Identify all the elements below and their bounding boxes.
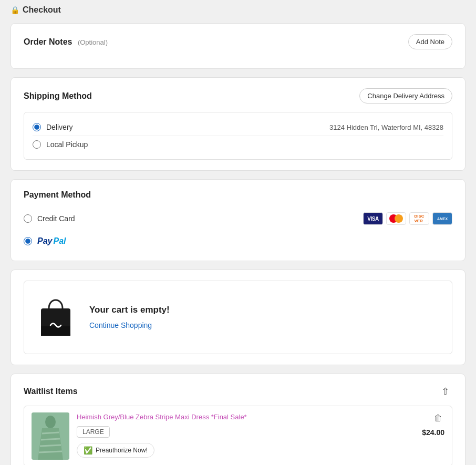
local-pickup-radio[interactable]	[33, 140, 41, 149]
amex-icon: AMEX	[432, 212, 452, 225]
order-notes-header: Order Notes (Optional) Add Note	[24, 34, 452, 49]
lock-icon: 🔒	[11, 6, 19, 14]
checkout-header: 🔒 Checkout	[11, 5, 465, 15]
shipping-method-card: Shipping Method Change Delivery Address …	[11, 77, 465, 171]
credit-card-row: Credit Card VISA DISCVER AMEX	[24, 208, 452, 229]
order-notes-title-group: Order Notes (Optional)	[24, 37, 108, 47]
shipping-options: Delivery 3124 Hidden Trl, Waterford MI, …	[24, 112, 452, 160]
cart-empty-inner: Your cart is empty! Continue Shopping	[24, 281, 452, 354]
preauthorize-button[interactable]: ✅ Preauthorize Now!	[77, 443, 154, 458]
preauth-label: Preauthorize Now!	[96, 447, 148, 454]
optional-label: (Optional)	[78, 38, 108, 46]
payment-header: Payment Method	[24, 190, 452, 200]
check-circle-icon: ✅	[84, 446, 92, 454]
continue-shopping-link[interactable]: Continue Shopping	[89, 321, 152, 329]
order-notes-title: Order Notes	[24, 37, 72, 46]
page-title: Checkout	[23, 5, 61, 15]
svg-line-8	[40, 445, 61, 446]
paypal-radio[interactable]	[24, 237, 32, 245]
paypal-row: PayPal	[24, 232, 452, 250]
local-pickup-option-row: Local Pickup	[33, 136, 443, 153]
payment-method-card: Payment Method Credit Card VISA DISCVER …	[11, 179, 465, 261]
discover-icon: DISCVER	[409, 212, 429, 225]
waitlist-header: Waitlist Items ⇧	[24, 385, 452, 398]
shipping-header: Shipping Method Change Delivery Address	[24, 88, 452, 104]
paypal-label[interactable]: PayPal	[37, 236, 66, 246]
delivery-option-row: Delivery 3124 Hidden Trl, Waterford MI, …	[33, 119, 443, 136]
delivery-radio[interactable]	[33, 123, 41, 131]
svg-line-6	[42, 432, 59, 433]
waitlist-card: Waitlist Items ⇧ Heimish	[11, 374, 465, 465]
delivery-address: 3124 Hidden Trl, Waterford MI, 48328	[329, 123, 443, 131]
waitlist-item-name: Heimish Grey/Blue Zebra Stripe Maxi Dres…	[77, 412, 415, 422]
waitlist-item-price: $24.00	[422, 428, 444, 437]
svg-line-9	[39, 451, 62, 452]
mastercard-icon	[386, 212, 406, 225]
credit-card-label[interactable]: Credit Card	[37, 214, 363, 223]
svg-rect-2	[41, 333, 70, 336]
local-pickup-label[interactable]: Local Pickup	[46, 140, 443, 149]
cart-empty-message: Your cart is empty!	[89, 305, 170, 315]
waitlist-item-image	[32, 412, 69, 460]
svg-point-4	[45, 416, 56, 428]
paypal-text-2: Pal	[53, 236, 66, 246]
waitlist-item-info: Heimish Grey/Blue Zebra Stripe Maxi Dres…	[77, 412, 415, 458]
waitlist-item-price-col: 🗑 $24.00	[422, 412, 444, 437]
cart-empty-content: Your cart is empty! Continue Shopping	[89, 305, 170, 330]
credit-card-radio[interactable]	[24, 214, 32, 223]
change-delivery-address-button[interactable]: Change Delivery Address	[359, 88, 452, 104]
cart-card: Your cart is empty! Continue Shopping	[11, 270, 465, 365]
order-notes-card: Order Notes (Optional) Add Note	[11, 23, 465, 69]
card-icons-group: VISA DISCVER AMEX	[363, 212, 452, 225]
shipping-title: Shipping Method	[24, 91, 92, 101]
visa-icon: VISA	[363, 212, 383, 225]
paypal-text-1: Pay	[37, 236, 52, 246]
svg-line-7	[41, 439, 60, 440]
remove-waitlist-item-button[interactable]: 🗑	[432, 412, 444, 424]
shopping-bag-icon	[35, 294, 77, 341]
add-note-button[interactable]: Add Note	[408, 34, 452, 49]
waitlist-title: Waitlist Items	[24, 387, 78, 396]
waitlist-item-size: LARGE	[77, 426, 110, 438]
delivery-label[interactable]: Delivery	[46, 123, 329, 131]
payment-title: Payment Method	[24, 190, 91, 200]
waitlist-item: Heimish Grey/Blue Zebra Stripe Maxi Dres…	[24, 406, 452, 465]
paypal-logo: PayPal	[37, 236, 66, 246]
waitlist-collapse-button[interactable]: ⇧	[438, 385, 452, 398]
